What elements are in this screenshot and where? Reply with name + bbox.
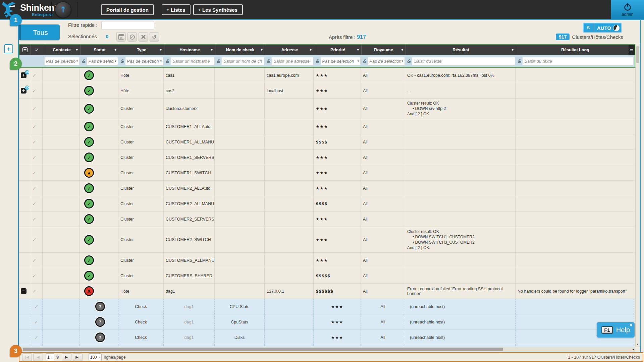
scroll-right-icon[interactable]: ▸: [633, 347, 634, 351]
table-row[interactable]: +15✓✓Hôtecas1cas1.europe.com★★★AllOK - c…: [19, 68, 635, 83]
table-row[interactable]: ✓✓ClusterCUSTOMER2_ALLMANU$$$$All: [19, 196, 635, 212]
per-page-select[interactable]: 100▾: [89, 353, 102, 361]
table-row[interactable]: ✓✓ClusterCUSTOMERS_SHARED$$$$$All: [19, 268, 635, 284]
nav-les-syntheses[interactable]: ▾Les Synthèses: [193, 4, 243, 15]
quick-filter-input[interactable]: [101, 21, 154, 30]
select-row-icon[interactable]: ✓: [32, 106, 37, 112]
column-header-type[interactable]: Type▾: [119, 45, 164, 55]
next-page-button[interactable]: ▶: [62, 353, 71, 361]
nav-portail-de-gestion[interactable]: Portail de gestion: [101, 4, 154, 15]
sort-chevron-icon[interactable]: ▾: [211, 48, 213, 52]
select-row-icon[interactable]: ✓: [32, 237, 37, 243]
select-row-icon[interactable]: ✓: [32, 124, 37, 130]
select-row-icon[interactable]: ✓: [32, 185, 37, 191]
table-row[interactable]: ✓✓ClusterCUSTOMERS_ALLMANU★★★All: [19, 253, 635, 268]
sort-chevron-icon[interactable]: ▾: [512, 48, 514, 52]
table-row[interactable]: ✓▲ClusterCUSTOMER1_SWITCH★★★All.: [19, 165, 635, 181]
sort-chevron-icon[interactable]: ▾: [76, 48, 78, 52]
select-row-icon[interactable]: ✓: [32, 155, 37, 161]
filter-select-priorite[interactable]: Pas de sélection▾: [320, 57, 361, 65]
filter-select-royaume[interactable]: Pas de sélection▾: [368, 57, 405, 65]
admin-menu[interactable]: admin: [611, 0, 644, 19]
nav-listes[interactable]: ▾Listes: [162, 4, 191, 15]
scroll-top-button[interactable]: ↑: [55, 1, 71, 18]
column-header-priorite[interactable]: Priorité▾: [314, 45, 362, 55]
expand-row-icon[interactable]: +15: [21, 88, 26, 94]
page-select[interactable]: 1▾: [46, 353, 54, 361]
last-page-button[interactable]: ▶|: [73, 353, 83, 361]
select-row-icon[interactable]: ✓: [34, 319, 39, 325]
sort-chevron-icon[interactable]: ▾: [160, 48, 162, 52]
cell-adresse: cas1.europe.com: [265, 68, 314, 83]
select-row-icon[interactable]: ✓: [32, 88, 37, 94]
filter-input-resultat_long[interactable]: [522, 57, 634, 65]
sort-chevron-icon[interactable]: ▾: [310, 48, 312, 52]
select-row-icon[interactable]: ✓: [32, 273, 37, 279]
select-row-icon[interactable]: ✓: [32, 288, 37, 294]
collapse-row-icon[interactable]: −: [21, 288, 26, 294]
select-row-icon[interactable]: ✓: [32, 216, 37, 222]
select-row-icon[interactable]: ✓: [34, 304, 39, 310]
column-header-contexte[interactable]: Contexte▾: [43, 45, 80, 55]
refresh-icon[interactable]: ↻: [584, 23, 594, 32]
table-row[interactable]: ✓✓Clusterclustercustomer2★★★AllCluster r…: [19, 99, 635, 119]
sort-chevron-icon[interactable]: ▾: [401, 48, 403, 52]
filter-select-statut[interactable]: Pas de sélection▾: [87, 57, 118, 65]
auto-refresh-toggle[interactable]: ↻ AUTO: [583, 23, 622, 33]
horizontal-scrollbar[interactable]: ▸: [19, 347, 635, 352]
select-row-icon[interactable]: ✓: [32, 257, 37, 263]
table-row[interactable]: ✓✓ClusterCUSTOMER1_ALLMANU$$$$All: [19, 134, 635, 150]
tools-button[interactable]: [139, 32, 148, 42]
column-header-expand[interactable]: +: [19, 45, 31, 55]
column-header-statut[interactable]: Statut▾: [80, 45, 119, 55]
expand-row-icon[interactable]: +15: [21, 72, 26, 78]
help-popup[interactable]: × F1 Help: [597, 322, 635, 338]
column-header-resultat_long[interactable]: Résultat Long: [516, 45, 635, 55]
table-row[interactable]: ✓?Checkdag1CpuStats★★★All(unreachable ho…: [19, 314, 635, 330]
table-row[interactable]: +15✓✓Hôtecas2localhost★★★All...: [19, 83, 635, 99]
first-page-button[interactable]: |◀: [22, 353, 32, 361]
table-row[interactable]: ✓?Checkdag1CPU Stats★★★All(unreachable h…: [19, 299, 635, 314]
table-row[interactable]: ✓✓ClusterCUSTOMER2_SERVERS★★★All: [19, 212, 635, 227]
filter-input-hostname[interactable]: [170, 57, 214, 65]
table-row[interactable]: ✓✓ClusterCUSTOMER2_ALLAuto★★★All: [19, 181, 635, 196]
column-header-royaume[interactable]: Royaume▾: [362, 45, 406, 55]
table-row[interactable]: ✓?Checkdag1Disks★★★All(unreachable host): [19, 330, 635, 345]
column-header-resultat[interactable]: Résultat▾: [406, 45, 516, 55]
select-row-icon[interactable]: ✓: [32, 170, 37, 176]
vertical-scrollbar-thumb[interactable]: [636, 46, 639, 63]
column-header-adresse[interactable]: Adresse▾: [265, 45, 314, 55]
select-row-icon[interactable]: ✓: [32, 139, 37, 145]
scope-tous-button[interactable]: Tous: [19, 24, 60, 40]
previous-page-button[interactable]: ◀: [33, 353, 43, 361]
table-row[interactable]: ✓✓ClusterCUSTOMER1_ALLAuto★★★All: [19, 119, 635, 134]
calendar-button[interactable]: 15: [116, 32, 126, 42]
column-header-select[interactable]: ✓: [31, 45, 43, 55]
close-icon[interactable]: ×: [629, 322, 633, 327]
acknowledge-button[interactable]: ✓: [127, 32, 137, 42]
table-row[interactable]: ✓✓ClusterCUSTOMER1_SERVERS★★★All: [19, 150, 635, 165]
horizontal-scrollbar-thumb[interactable]: [23, 348, 503, 351]
filter-select-type[interactable]: Pas de sélection▾: [125, 57, 163, 65]
column-header-check[interactable]: Nom de check▾: [215, 45, 265, 55]
sort-chevron-icon[interactable]: ▾: [261, 48, 263, 52]
sort-chevron-icon[interactable]: ▾: [357, 48, 359, 52]
select-row-icon[interactable]: ✓: [34, 335, 39, 341]
filter-input-check[interactable]: [221, 57, 264, 65]
table-row[interactable]: −✓XHôtedag1127.0.0.1$$$$$$AllError : con…: [19, 284, 635, 299]
select-all-icon[interactable]: ✓: [35, 47, 39, 53]
sort-chevron-icon[interactable]: ▾: [114, 48, 116, 52]
select-row-icon[interactable]: ✓: [32, 72, 37, 78]
select-row-icon[interactable]: ✓: [32, 201, 37, 207]
scroll-down-icon[interactable]: ▾: [636, 343, 639, 346]
add-panel-button[interactable]: +: [4, 44, 13, 53]
column-header-hostname[interactable]: Hostname▾: [164, 45, 215, 55]
table-row[interactable]: ✓✓ClusterCUSTOMER2_SWITCH★★★AllCluster r…: [19, 227, 635, 253]
filter-input-resultat[interactable]: [412, 57, 515, 65]
filter-select-contexte[interactable]: Pas de sélection▾: [44, 57, 79, 65]
expand-all-icon[interactable]: +: [22, 47, 28, 52]
filter-input-adresse[interactable]: [271, 57, 313, 65]
column-menu-icon[interactable]: ≡: [629, 45, 635, 55]
undo-button[interactable]: ↺: [150, 32, 159, 42]
vertical-scrollbar[interactable]: ▾: [635, 44, 640, 347]
